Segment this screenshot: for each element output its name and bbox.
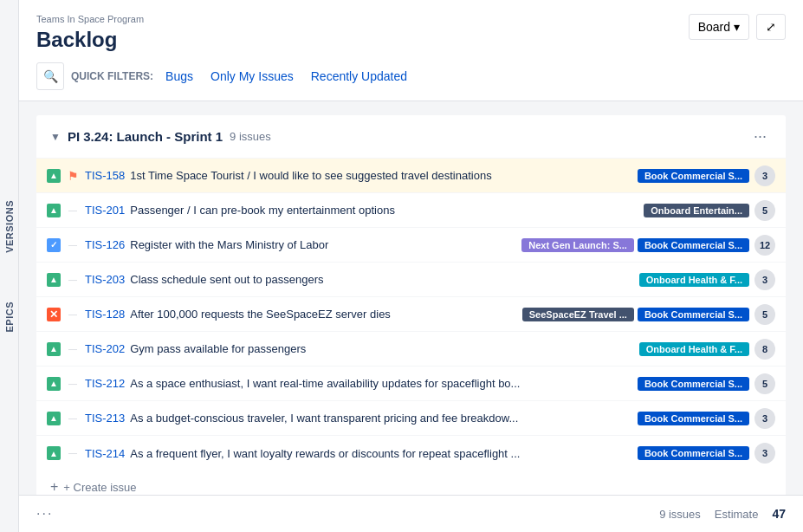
issue-summary: Class schedule sent out to passengers xyxy=(130,273,634,286)
priority-icon: ─ xyxy=(66,342,80,356)
main-content: Board ▾ ⤢ Teams In Space Program Backlog… xyxy=(19,0,803,532)
issue-key[interactable]: TIS-128 xyxy=(85,308,125,321)
sprint-header: ▼ PI 3.24: Launch - Sprint 1 9 issues ··… xyxy=(36,115,786,159)
chevron-down-icon: ▾ xyxy=(734,20,740,34)
issue-points: 12 xyxy=(754,235,775,256)
issue-type-icon: ✕ xyxy=(47,308,61,321)
issue-summary: As a space enthusiast, I want real-time … xyxy=(130,377,632,390)
create-issue-button[interactable]: + + Create issue xyxy=(36,470,786,495)
label-tag: Book Commercial S... xyxy=(638,446,749,460)
side-tabs: VERSIONS EPICS xyxy=(0,0,19,532)
issue-labels: SeeSpaceEZ Travel ... Book Commercial S.… xyxy=(522,308,749,321)
issue-key[interactable]: TIS-203 xyxy=(85,273,125,286)
issue-points: 3 xyxy=(754,408,775,429)
priority-icon: ─ xyxy=(66,204,80,217)
footer-right: 9 issues Estimate 47 xyxy=(659,507,786,521)
table-row: ▲ ─ TIS-213 As a budget-conscious travel… xyxy=(36,401,786,436)
issue-summary: After 100,000 requests the SeeSpaceEZ se… xyxy=(130,308,517,321)
issue-type-icon: ✓ xyxy=(47,238,61,252)
footer-total: 47 xyxy=(772,507,786,521)
view-controls: Board ▾ ⤢ xyxy=(689,14,786,40)
footer-issues: 9 issues xyxy=(659,508,701,521)
issue-summary: As a budget-conscious traveler, I want t… xyxy=(130,412,632,425)
versions-tab[interactable]: VERSIONS xyxy=(1,193,18,260)
create-issue-label: + Create issue xyxy=(63,481,136,494)
page-title: Backlog xyxy=(36,28,786,52)
sprint-section: ▼ PI 3.24: Launch - Sprint 1 9 issues ··… xyxy=(36,115,786,495)
issue-labels: Book Commercial S... xyxy=(638,412,749,425)
expand-button[interactable]: ⤢ xyxy=(756,14,786,40)
label-tag: Onboard Health & F... xyxy=(639,273,749,287)
board-button[interactable]: Board ▾ xyxy=(689,14,749,40)
issue-list: ▲ ⚑ TIS-158 1st Time Space Tourist / I w… xyxy=(36,159,786,470)
table-row: ✕ ─ TIS-128 After 100,000 requests the S… xyxy=(36,297,786,332)
issue-key[interactable]: TIS-158 xyxy=(85,169,125,182)
label-tag: Book Commercial S... xyxy=(638,238,749,252)
issue-key[interactable]: TIS-202 xyxy=(85,342,125,355)
issue-summary: 1st Time Space Tourist / I would like to… xyxy=(130,169,632,182)
table-row: ▲ ─ TIS-202 Gym pass available for passe… xyxy=(36,332,786,367)
issue-labels: Book Commercial S... xyxy=(638,169,749,183)
issue-labels: Book Commercial S... xyxy=(638,446,749,460)
search-icon: 🔍 xyxy=(43,69,58,83)
label-tag: Book Commercial S... xyxy=(638,308,749,321)
issue-type-icon: ▲ xyxy=(47,377,61,391)
table-row: ✓ ─ TIS-126 Register with the Mars Minis… xyxy=(36,228,786,263)
issue-type-icon: ▲ xyxy=(47,273,61,287)
issue-summary: Passenger / I can pre-book my entertainm… xyxy=(130,204,638,217)
issue-summary: As a frequent flyer, I want loyalty rewa… xyxy=(130,447,632,460)
issue-points: 8 xyxy=(754,339,775,360)
label-tag: Book Commercial S... xyxy=(638,412,749,425)
filter-my-issues-button[interactable]: Only My Issues xyxy=(205,66,299,87)
footer-dots: ··· xyxy=(36,506,53,522)
issue-type-icon: ▲ xyxy=(47,412,61,425)
filter-bugs-button[interactable]: Bugs xyxy=(160,66,198,87)
priority-icon: ─ xyxy=(66,238,80,252)
label-tag: Next Gen Launch: S... xyxy=(521,238,634,252)
quick-filters-label: QUICK FILTERS: xyxy=(71,70,153,82)
footer-estimate-label: Estimate xyxy=(715,508,759,521)
flag-icon: ⚑ xyxy=(66,169,80,183)
issue-type-icon: ▲ xyxy=(47,342,61,356)
issue-key[interactable]: TIS-214 xyxy=(85,447,125,460)
epics-tab[interactable]: EPICS xyxy=(1,295,18,340)
table-row: ▲ ─ TIS-203 Class schedule sent out to p… xyxy=(36,263,786,297)
sprint-title: PI 3.24: Launch - Sprint 1 xyxy=(68,129,223,144)
issue-summary: Gym pass available for passengers xyxy=(130,342,634,355)
filter-recently-updated-button[interactable]: Recently Updated xyxy=(306,66,412,87)
issue-labels: Book Commercial S... xyxy=(638,377,749,391)
table-row: ▲ ─ TIS-214 As a frequent flyer, I want … xyxy=(36,436,786,470)
label-tag: Onboard Entertain... xyxy=(644,204,749,217)
issue-type-icon: ▲ xyxy=(47,204,61,217)
issue-key[interactable]: TIS-201 xyxy=(85,204,125,217)
issue-points: 5 xyxy=(754,304,775,325)
table-row: ▲ ─ TIS-212 As a space enthusiast, I wan… xyxy=(36,367,786,401)
search-box[interactable]: 🔍 xyxy=(36,62,64,90)
priority-icon: ─ xyxy=(66,308,80,321)
priority-icon: ─ xyxy=(66,412,80,425)
issue-key[interactable]: TIS-212 xyxy=(85,377,125,390)
issue-points: 5 xyxy=(754,200,775,221)
label-tag: Book Commercial S... xyxy=(638,169,749,183)
issue-points: 3 xyxy=(754,443,775,464)
table-row: ▲ ─ TIS-201 Passenger / I can pre-book m… xyxy=(36,193,786,228)
project-name: Teams In Space Program xyxy=(36,14,786,24)
label-tag: Onboard Health & F... xyxy=(639,342,749,356)
issue-points: 5 xyxy=(754,373,775,394)
issue-key[interactable]: TIS-126 xyxy=(85,238,125,251)
issue-key[interactable]: TIS-213 xyxy=(85,412,125,425)
footer-bar: ··· 9 issues Estimate 47 xyxy=(19,495,803,532)
top-bar: Teams In Space Program Backlog 🔍 QUICK F… xyxy=(19,0,803,101)
backlog-area: ▼ PI 3.24: Launch - Sprint 1 9 issues ··… xyxy=(19,101,803,495)
table-row: ▲ ⚑ TIS-158 1st Time Space Tourist / I w… xyxy=(36,159,786,193)
label-tag: SeeSpaceEZ Travel ... xyxy=(522,308,634,321)
priority-icon: ─ xyxy=(66,446,80,460)
issue-summary: Register with the Mars Ministry of Labor xyxy=(130,238,516,251)
issue-labels: Onboard Health & F... xyxy=(639,273,749,287)
label-tag: Book Commercial S... xyxy=(638,377,749,391)
issue-labels: Next Gen Launch: S... Book Commercial S.… xyxy=(521,238,749,252)
toolbar: 🔍 QUICK FILTERS: Bugs Only My Issues Rec… xyxy=(36,62,786,101)
sprint-more-button[interactable]: ··· xyxy=(748,126,772,147)
issue-points: 3 xyxy=(754,165,775,186)
sprint-toggle[interactable]: ▼ xyxy=(50,131,61,143)
